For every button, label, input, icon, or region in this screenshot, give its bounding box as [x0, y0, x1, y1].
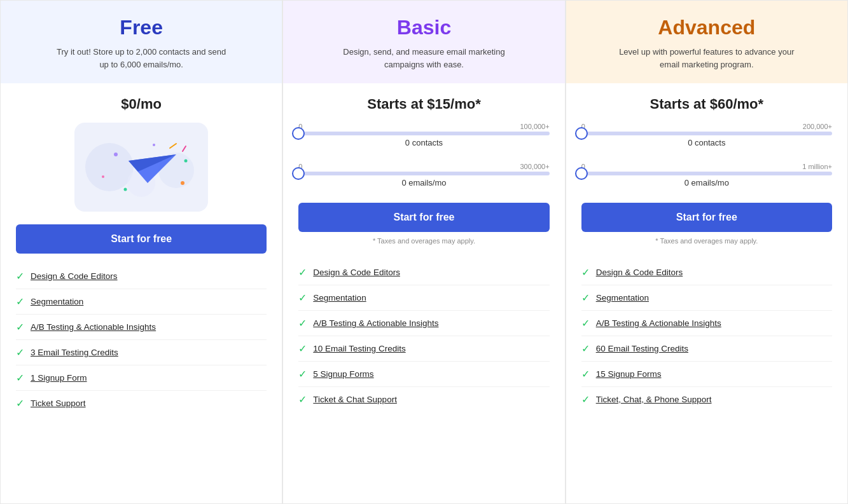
plan-price-advanced: Starts at $60/mo*: [581, 96, 832, 112]
contacts-label: 0 contacts: [298, 138, 549, 147]
list-item: ✓15 Signup Forms: [581, 362, 832, 387]
slider-emails-advanced: 01 million+0 emails/mo: [581, 163, 832, 196]
svg-point-11: [124, 188, 127, 191]
list-item: ✓10 Email Testing Credits: [298, 336, 549, 362]
list-item: ✓A/B Testing & Actionable Insights: [16, 315, 267, 340]
slider-track-emails[interactable]: [298, 172, 549, 175]
slider-track-emails[interactable]: [581, 172, 832, 175]
plan-subtitle-advanced: Level up with powerful features to advan…: [618, 46, 796, 71]
checkmark-icon: ✓: [298, 317, 307, 329]
feature-text-5: Ticket Support: [31, 398, 86, 408]
checkmark-icon: ✓: [298, 343, 307, 355]
list-item: ✓A/B Testing & Actionable Insights: [581, 311, 832, 336]
start-btn-advanced[interactable]: Start for free: [581, 203, 832, 232]
checkmark-icon: ✓: [16, 346, 24, 358]
svg-line-13: [183, 146, 186, 151]
slider-contacts-advanced: 0200,000+0 contacts: [581, 123, 832, 156]
slider-track-contacts[interactable]: [581, 132, 832, 135]
contacts-label: 0 contacts: [581, 138, 832, 147]
svg-point-8: [102, 175, 104, 178]
checkmark-icon: ✓: [581, 317, 590, 329]
plan-body-advanced: Starts at $60/mo*0200,000+0 contacts01 m…: [566, 83, 847, 503]
list-item: ✓Segmentation: [581, 285, 832, 311]
feature-text-5: Ticket, Chat, & Phone Support: [596, 395, 712, 404]
slider-max-contacts: 100,000+: [520, 123, 549, 130]
plan-body-free: $0/mo Start for free: [1, 83, 282, 503]
plan-col-basic: BasicDesign, send, and measure email mar…: [282, 0, 565, 504]
plan-col-free: FreeTry it out! Store up to 2,000 contac…: [0, 0, 282, 504]
svg-point-7: [184, 160, 188, 163]
checkmark-icon: ✓: [16, 372, 24, 384]
slider-thumb-emails[interactable]: [575, 167, 588, 180]
slider-thumb-contacts[interactable]: [292, 127, 305, 140]
feature-text-3: 60 Email Testing Credits: [596, 344, 688, 353]
emails-label: 0 emails/mo: [581, 178, 832, 187]
svg-point-10: [153, 144, 155, 146]
list-item: ✓Design & Code Editors: [581, 260, 832, 285]
list-item: ✓60 Email Testing Credits: [581, 336, 832, 362]
svg-point-0: [85, 143, 134, 191]
slider-max-emails: 300,000+: [520, 163, 549, 170]
checkmark-icon: ✓: [298, 393, 307, 405]
svg-line-12: [170, 144, 176, 148]
feature-text-0: Design & Code Editors: [31, 271, 118, 281]
list-item: ✓A/B Testing & Actionable Insights: [298, 311, 549, 336]
plan-title-free: Free: [120, 16, 163, 39]
tax-note-basic: * Taxes and overages may apply.: [298, 237, 549, 245]
plan-header-free: FreeTry it out! Store up to 2,000 contac…: [1, 1, 282, 83]
feature-text-2: A/B Testing & Actionable Insights: [31, 322, 156, 332]
checkmark-icon: ✓: [298, 292, 307, 304]
checkmark-icon: ✓: [581, 266, 590, 278]
feature-text-4: 5 Signup Forms: [313, 369, 373, 379]
feature-text-2: A/B Testing & Actionable Insights: [596, 318, 721, 328]
feature-text-0: Design & Code Editors: [313, 268, 400, 277]
feature-text-3: 3 Email Testing Credits: [31, 348, 118, 357]
plan-title-advanced: Advanced: [658, 16, 755, 39]
list-item: ✓Ticket & Chat Support: [298, 387, 549, 412]
feature-text-0: Design & Code Editors: [596, 268, 683, 277]
checkmark-icon: ✓: [581, 393, 590, 405]
list-item: ✓Segmentation: [16, 289, 267, 315]
plan-col-advanced: AdvancedLevel up with powerful features …: [566, 0, 848, 504]
svg-point-9: [181, 181, 184, 185]
feature-text-2: A/B Testing & Actionable Insights: [313, 318, 438, 328]
plan-title-basic: Basic: [397, 16, 451, 39]
slider-max-contacts: 200,000+: [803, 123, 832, 130]
plan-header-basic: BasicDesign, send, and measure email mar…: [283, 1, 564, 83]
plan-price-free: $0/mo: [16, 96, 267, 112]
slider-thumb-emails[interactable]: [292, 167, 305, 180]
features-list-free: ✓Design & Code Editors✓Segmentation✓A/B …: [16, 264, 267, 416]
checkmark-icon: ✓: [581, 343, 590, 355]
list-item: ✓Segmentation: [298, 285, 549, 311]
paper-plane-svg: [78, 126, 205, 208]
checkmark-icon: ✓: [16, 270, 24, 282]
plan-subtitle-free: Try it out! Store up to 2,000 contacts a…: [52, 46, 230, 71]
free-illustration: [74, 123, 208, 212]
checkmark-icon: ✓: [581, 292, 590, 304]
start-btn-basic[interactable]: Start for free: [298, 203, 549, 232]
checkmark-icon: ✓: [16, 321, 24, 333]
slider-contacts-basic: 0100,000+0 contacts: [298, 123, 549, 156]
slider-emails-basic: 0300,000+0 emails/mo: [298, 163, 549, 196]
list-item: ✓Design & Code Editors: [298, 260, 549, 285]
list-item: ✓Design & Code Editors: [16, 264, 267, 289]
svg-point-6: [114, 153, 118, 156]
list-item: ✓3 Email Testing Credits: [16, 340, 267, 365]
plan-subtitle-basic: Design, send, and measure email marketin…: [335, 46, 513, 71]
checkmark-icon: ✓: [16, 397, 24, 409]
feature-text-4: 15 Signup Forms: [596, 369, 662, 379]
tax-note-advanced: * Taxes and overages may apply.: [581, 237, 832, 245]
slider-track-contacts[interactable]: [298, 132, 549, 135]
checkmark-icon: ✓: [298, 368, 307, 380]
feature-text-1: Segmentation: [31, 297, 83, 306]
pricing-container: FreeTry it out! Store up to 2,000 contac…: [0, 0, 848, 504]
checkmark-icon: ✓: [298, 266, 307, 278]
feature-text-5: Ticket & Chat Support: [313, 395, 397, 404]
slider-thumb-contacts[interactable]: [575, 127, 588, 140]
emails-label: 0 emails/mo: [298, 178, 549, 187]
start-btn-free[interactable]: Start for free: [16, 224, 267, 254]
slider-max-emails: 1 million+: [802, 163, 832, 170]
list-item: ✓Ticket, Chat, & Phone Support: [581, 387, 832, 412]
checkmark-icon: ✓: [581, 368, 590, 380]
feature-text-1: Segmentation: [596, 293, 649, 303]
